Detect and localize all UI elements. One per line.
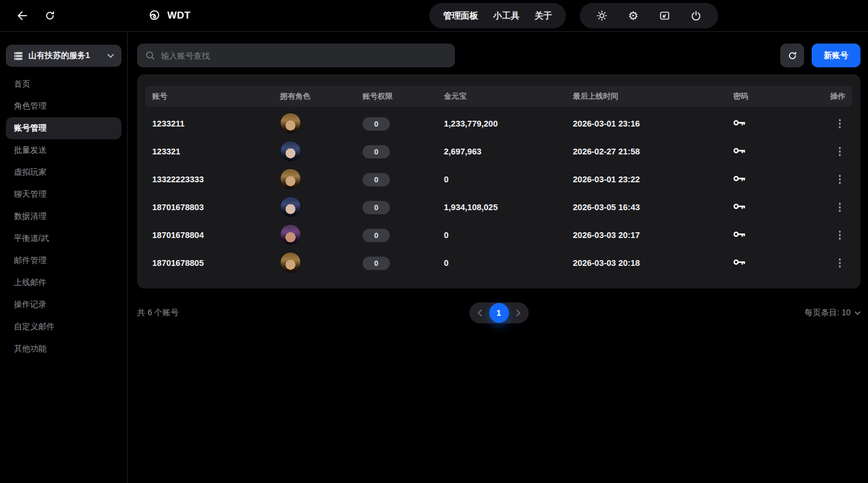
- last-online-cell: 2026-03-05 16:43: [573, 203, 733, 212]
- last-online-cell: 2026-03-01 23:16: [573, 119, 733, 128]
- row-actions-kebab-icon[interactable]: [834, 116, 846, 132]
- back-icon[interactable]: [14, 8, 30, 24]
- last-online-cell: 2026-02-27 21:58: [573, 147, 733, 156]
- sidebar-item-batch-send[interactable]: 批量发送: [6, 139, 121, 161]
- server-name: 山有扶苏的服务1: [28, 51, 90, 61]
- row-actions-kebab-icon[interactable]: [834, 255, 846, 271]
- sidebar-item-data-cleanup[interactable]: 数据清理: [6, 206, 121, 228]
- last-online-cell: 2026-03-03 20:18: [573, 258, 733, 268]
- sidebar-item-custom-mail[interactable]: 自定义邮件: [6, 316, 121, 338]
- row-actions-kebab-icon[interactable]: [834, 199, 846, 215]
- header-account: 账号: [152, 91, 280, 102]
- sidebar-item-home[interactable]: 首页: [6, 73, 121, 95]
- search-icon: [145, 51, 155, 60]
- chevron-down-icon: [107, 54, 114, 58]
- row-actions-kebab-icon[interactable]: [834, 143, 846, 160]
- header-operations: 操作: [828, 91, 845, 102]
- search-input[interactable]: [161, 51, 447, 60]
- table-row: 18701678803 0 1,934,108,025 2026-03-05 1…: [145, 193, 852, 221]
- server-selector[interactable]: 山有扶苏的服务1: [6, 45, 121, 67]
- header-permission: 账号权限: [363, 91, 444, 102]
- account-cell: 18701678805: [152, 258, 280, 268]
- accounts-table-card: 账号 拥有角色 账号权限 金元宝 最后上线时间 密码 操作 1233211 0 …: [137, 74, 860, 289]
- sidebar-menu: 首页 角色管理 账号管理 批量发送 虚拟玩家 聊天管理 数据清理 平衡道/武 邮…: [6, 73, 121, 360]
- last-online-cell: 2026-03-03 20:17: [573, 230, 733, 240]
- window-controls: ⚙: [580, 3, 718, 28]
- password-key-icon[interactable]: [733, 258, 745, 266]
- reload-icon[interactable]: [42, 8, 58, 24]
- account-search[interactable]: [137, 44, 455, 67]
- per-page-label: 每页条目: 10: [805, 308, 851, 318]
- header-gold: 金元宝: [444, 91, 573, 102]
- account-cell: 18701678804: [152, 230, 280, 240]
- table-header: 账号 拥有角色 账号权限 金元宝 最后上线时间 密码 操作: [145, 86, 852, 107]
- header-password: 密码: [733, 91, 828, 102]
- header-roles: 拥有角色: [280, 91, 363, 102]
- last-online-cell: 2026-03-01 23:22: [573, 175, 733, 184]
- character-avatar: [280, 196, 301, 217]
- pagination: 1: [469, 302, 529, 323]
- table-row: 18701678804 0 0 2026-03-03 20:17: [145, 221, 852, 249]
- chevron-down-icon: [855, 311, 860, 315]
- character-avatar: [280, 224, 301, 245]
- password-key-icon[interactable]: [733, 119, 745, 127]
- power-icon[interactable]: [688, 8, 704, 24]
- spiral-logo-icon: [146, 8, 163, 24]
- password-key-icon[interactable]: [733, 203, 745, 210]
- header-last-online: 最后上线时间: [573, 91, 733, 102]
- gold-cell: 0: [444, 258, 573, 268]
- table-row: 18701678805 0 0 2026-03-03 20:18: [145, 249, 852, 277]
- permission-badge: 0: [363, 257, 390, 270]
- row-actions-kebab-icon[interactable]: [834, 227, 846, 243]
- gold-cell: 1,233,779,200: [444, 119, 573, 128]
- app-logo: WDT: [146, 8, 191, 24]
- theme-sun-icon[interactable]: [594, 8, 610, 24]
- sidebar-item-balance[interactable]: 平衡道/武: [6, 228, 121, 250]
- nav-about[interactable]: 关于: [535, 10, 552, 21]
- server-icon: [13, 51, 23, 61]
- permission-badge: 0: [363, 173, 390, 186]
- sidebar-item-chat-management[interactable]: 聊天管理: [6, 183, 121, 206]
- prev-page-icon[interactable]: [472, 305, 487, 320]
- next-page-icon[interactable]: [511, 305, 526, 320]
- sidebar-item-other-functions[interactable]: 其他功能: [6, 338, 121, 360]
- account-cell: 123321: [152, 147, 280, 156]
- password-key-icon[interactable]: [733, 147, 745, 154]
- per-page-selector[interactable]: 每页条目: 10: [805, 308, 860, 318]
- sidebar-item-virtual-players[interactable]: 虚拟玩家: [6, 161, 121, 183]
- sidebar-item-mail-management[interactable]: 邮件管理: [6, 250, 121, 272]
- password-key-icon[interactable]: [733, 175, 745, 182]
- gold-cell: 1,934,108,025: [444, 203, 573, 212]
- top-bar: WDT 管理面板 小工具 关于 ⚙: [0, 0, 868, 32]
- page-number[interactable]: 1: [489, 303, 509, 323]
- sidebar: 山有扶苏的服务1 首页 角色管理 账号管理 批量发送 虚拟玩家 聊天管理 数据清…: [0, 32, 128, 483]
- password-key-icon[interactable]: [733, 230, 745, 238]
- sidebar-item-account-management[interactable]: 账号管理: [6, 117, 121, 139]
- refresh-button[interactable]: [780, 44, 804, 67]
- row-actions-kebab-icon[interactable]: [834, 171, 846, 188]
- permission-badge: 0: [363, 201, 390, 214]
- nav-tools[interactable]: 小工具: [493, 10, 519, 21]
- toolbar: 新账号: [137, 44, 860, 67]
- total-accounts-text: 共 6 个账号: [137, 308, 179, 318]
- sidebar-item-role-management[interactable]: 角色管理: [6, 95, 121, 117]
- account-cell: 13322223333: [152, 175, 280, 184]
- table-body: 1233211 0 1,233,779,200 2026-03-01 23:16…: [145, 110, 852, 277]
- app-title: WDT: [167, 10, 191, 21]
- refresh-icon: [787, 51, 798, 61]
- gold-cell: 0: [444, 175, 573, 184]
- nav-admin-panel[interactable]: 管理面板: [443, 10, 478, 21]
- character-avatar: [280, 113, 301, 134]
- gold-cell: 0: [444, 230, 573, 240]
- scale-window-icon[interactable]: [657, 8, 673, 24]
- character-avatar: [280, 140, 301, 161]
- character-avatar: [280, 252, 301, 273]
- main-content: 新账号 账号 拥有角色 账号权限 金元宝 最后上线时间 密码 操作 123321…: [128, 32, 868, 483]
- table-row: 123321 0 2,697,963 2026-02-27 21:58: [145, 138, 852, 165]
- sidebar-item-online-mail[interactable]: 上线邮件: [6, 272, 121, 294]
- permission-badge: 0: [363, 117, 390, 131]
- sidebar-item-operation-log[interactable]: 操作记录: [6, 294, 121, 316]
- settings-gear-icon[interactable]: ⚙: [625, 8, 641, 24]
- new-account-button[interactable]: 新账号: [812, 44, 860, 67]
- character-avatar: [280, 168, 301, 189]
